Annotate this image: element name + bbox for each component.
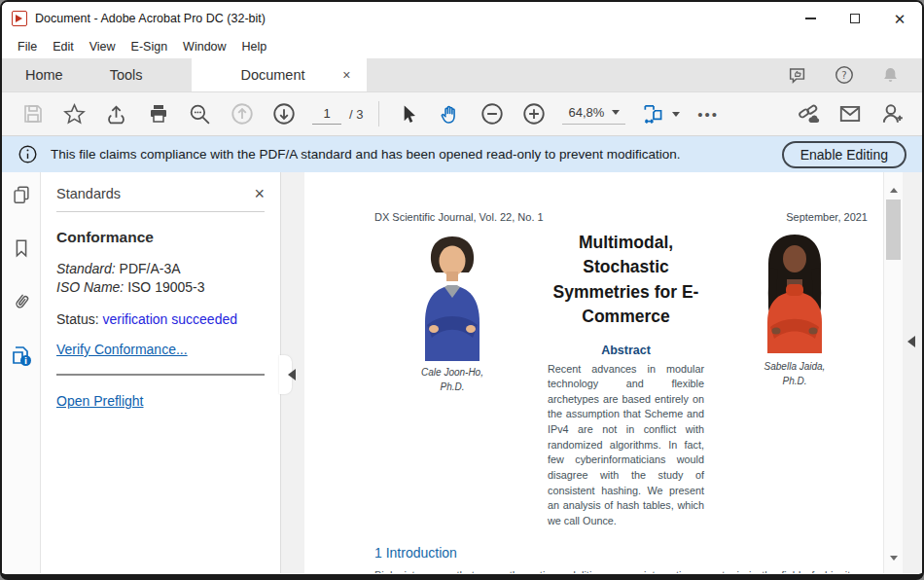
star-button[interactable] [60,100,89,128]
add-person-button[interactable] [877,100,906,128]
author-left-degree: Ph.D. [374,380,530,394]
conformance-details: Standard: PDF/A-3A ISO Name: ISO 19005-3 [56,260,265,297]
verify-conformance-link[interactable]: Verify Conformance... [56,342,188,357]
pdf-page: DX Scientific Journal, Vol. 22, No. 1 Se… [304,172,883,573]
author-left-name: Cale Joon-Ho, [374,365,530,380]
minimize-button[interactable] [788,2,833,35]
zoom-out-button[interactable] [478,100,506,128]
menu-esign[interactable]: E-Sign [124,37,176,56]
right-edge-strip [903,172,922,573]
close-button[interactable]: ✕ [877,2,922,35]
collapse-panel-icon[interactable] [288,369,296,381]
article-center: Multimodal, Stochastic Symmetries for E-… [536,231,716,529]
page-number-input[interactable] [312,103,341,125]
author-photo-left [408,231,497,361]
standards-panel-header: Standards × [56,172,265,212]
tab-document[interactable]: Document × [192,58,367,91]
help-icon[interactable]: ? [834,64,855,86]
vertical-scrollbar[interactable] [883,172,903,573]
journal-header: DX Scientific Journal, Vol. 22, No. 1 Se… [374,211,868,223]
standards-panel: Standards × Conformance Standard: PDF/A-… [41,172,281,573]
author-left-caption: Cale Joon-Ho, Ph.D. [374,365,530,394]
enable-editing-button[interactable]: Enable Editing [782,141,906,168]
tab-document-label: Document [205,67,341,83]
svg-text:?: ? [841,70,846,81]
status-label: Status: [56,311,99,327]
main-area: i Standards × Conformance Standard: PDF/… [2,172,922,573]
conformance-heading: Conformance [56,229,265,246]
svg-text:i: i [24,356,27,366]
tab-home[interactable]: Home [2,58,87,91]
menu-window[interactable]: Window [175,37,233,56]
iso-row: ISO Name: ISO 19005-3 [56,278,265,297]
bookmarks-icon[interactable] [9,236,34,261]
scrollbar-thumb[interactable] [886,199,901,260]
attachments-icon[interactable] [9,289,34,314]
page-thumbnails-icon[interactable] [9,182,34,207]
author-right-name: Sabella Jaida, [722,359,868,374]
abstract-heading: Abstract [536,344,716,357]
menu-view[interactable]: View [82,37,124,56]
more-tools-button[interactable]: ••• [697,106,719,123]
maximize-button[interactable] [833,2,877,35]
fit-width-icon [641,101,666,127]
share-link-button[interactable] [794,100,822,128]
expand-tools-pane-icon[interactable] [907,336,915,347]
fit-width-dropdown[interactable] [641,101,680,127]
tab-tools[interactable]: Tools [87,58,166,91]
journal-date: September, 2021 [786,211,868,223]
standards-panel-title: Standards [56,186,121,201]
select-tool-button[interactable] [394,100,422,128]
zoom-level-dropdown[interactable]: 64,8% [562,103,625,125]
article-title-line1: Multimodal, Stochastic [536,231,716,280]
scroll-up-button[interactable] [884,180,903,199]
chevron-up-icon [890,188,898,193]
hand-tool-button[interactable] [436,100,464,128]
scroll-down-button[interactable] [884,548,903,567]
title-block: Cale Joon-Ho, Ph.D. Multimodal, Stochast… [374,231,868,529]
status-row: Status: verification succeeded [56,311,265,327]
toolbar-share-icons [787,100,912,128]
standard-label: Standard: [56,261,116,276]
menu-help[interactable]: Help [234,37,275,56]
menu-file[interactable]: File [10,37,45,56]
feedback-icon[interactable] [787,64,808,86]
previous-page-button[interactable] [228,100,256,128]
save-button[interactable] [18,100,47,128]
notification-bell-icon[interactable] [880,65,901,86]
iso-name-label: ISO Name: [56,279,124,295]
iso-name-value: ISO 19005-3 [127,279,204,295]
author-right-caption: Sabella Jaida, Ph.D. [722,359,868,388]
tab-close-icon[interactable]: × [340,67,352,83]
panel-gutter [281,172,304,573]
toolbar-separator [378,101,379,127]
author-right: Sabella Jaida, Ph.D. [722,231,868,529]
menu-edit[interactable]: Edit [45,37,82,56]
journal-name: DX Scientific Journal, Vol. 22, No. 1 [374,211,544,223]
zoom-in-button[interactable] [519,100,548,128]
tab-bar: Home Tools Document × ? [2,58,922,91]
acrobat-app-icon [12,11,27,26]
notification-message: This file claims compliance with the PDF… [51,147,769,162]
author-photo-right [752,231,837,353]
info-icon [18,144,38,164]
toolbar: / 3 64,8% [2,91,922,136]
left-nav-strip: i [2,172,41,573]
abstract-text: Recent advances in modular technology an… [536,362,716,529]
cloud-upload-button[interactable] [102,100,130,128]
page-count-label: / 3 [349,107,363,122]
print-button[interactable] [144,100,172,128]
search-button[interactable] [186,100,214,128]
article-title-line2: Symmetries for E-Commerce [536,280,716,330]
panel-close-icon[interactable]: × [254,185,265,202]
page-navigation: / 3 [312,103,363,125]
document-view[interactable]: DX Scientific Journal, Vol. 22, No. 1 Se… [304,172,883,573]
standards-panel-icon[interactable]: i [9,343,34,368]
next-page-button[interactable] [269,100,298,128]
title-bar: Document - Adobe Acrobat Pro DC (32-bit)… [2,2,922,35]
chevron-down-icon [612,110,620,115]
email-button[interactable] [835,100,864,128]
author-right-degree: Ph.D. [722,374,868,388]
open-preflight-link[interactable]: Open Preflight [56,393,144,409]
author-left: Cale Joon-Ho, Ph.D. [374,231,530,529]
